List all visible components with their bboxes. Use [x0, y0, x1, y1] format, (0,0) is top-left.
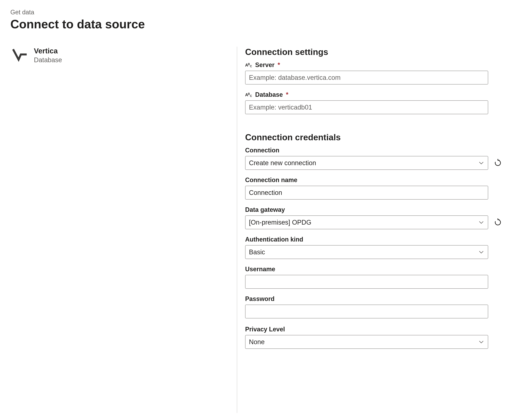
server-label: Server [255, 61, 275, 69]
data-source-card: Vertica Database [12, 47, 237, 64]
username-input[interactable] [245, 275, 488, 289]
field-database: A B C Database * [245, 91, 503, 114]
text-type-icon: A B C [245, 91, 253, 98]
field-connection-name: Connection name [245, 176, 503, 200]
field-auth-kind: Authentication kind Basic [245, 236, 503, 259]
auth-kind-select[interactable]: Basic [245, 245, 488, 259]
password-label: Password [245, 295, 275, 302]
chevron-down-icon [478, 249, 484, 255]
connection-select[interactable]: Create new connection [245, 156, 488, 170]
chevron-down-icon [478, 339, 484, 345]
field-username: Username [245, 266, 503, 289]
connection-name-input[interactable] [245, 186, 488, 200]
text-type-icon: A B C [245, 61, 253, 69]
data-source-type: Database [34, 56, 62, 64]
vertical-divider [237, 47, 237, 413]
database-input[interactable] [245, 100, 488, 114]
connection-name-label: Connection name [245, 176, 297, 184]
section-title-connection-credentials: Connection credentials [245, 132, 503, 142]
refresh-gateway-button[interactable] [493, 218, 503, 227]
svg-text:C: C [250, 65, 252, 68]
refresh-icon [494, 218, 502, 226]
privacy-level-label: Privacy Level [245, 326, 285, 333]
field-connection: Connection Create new connection [245, 147, 503, 170]
svg-text:A: A [245, 92, 248, 97]
privacy-level-select-value: None [249, 338, 476, 346]
chevron-down-icon [478, 219, 484, 225]
data-gateway-select[interactable]: [On-premises] OPDG [245, 215, 488, 229]
username-label: Username [245, 266, 275, 273]
password-input[interactable] [245, 305, 488, 318]
privacy-level-select[interactable]: None [245, 335, 488, 349]
section-title-connection-settings: Connection settings [245, 47, 503, 57]
connection-select-value: Create new connection [249, 159, 476, 167]
auth-kind-label: Authentication kind [245, 236, 303, 243]
auth-kind-select-value: Basic [249, 248, 476, 256]
database-label: Database [255, 91, 283, 98]
svg-text:B: B [248, 63, 250, 66]
refresh-connection-button[interactable] [493, 158, 503, 168]
refresh-icon [494, 159, 502, 167]
vertica-icon [12, 47, 28, 62]
svg-text:C: C [250, 95, 252, 98]
page-title: Connect to data source [10, 17, 501, 31]
svg-text:A: A [245, 63, 248, 68]
required-indicator: * [278, 61, 280, 69]
data-gateway-select-value: [On-premises] OPDG [249, 219, 476, 226]
connection-label: Connection [245, 147, 279, 154]
field-privacy-level: Privacy Level None [245, 326, 503, 349]
svg-text:B: B [248, 92, 250, 95]
chevron-down-icon [478, 160, 484, 166]
field-server: A B C Server * [245, 61, 503, 84]
data-source-name: Vertica [34, 47, 62, 55]
field-password: Password [245, 295, 503, 318]
data-gateway-label: Data gateway [245, 206, 285, 213]
field-data-gateway: Data gateway [On-premises] OPDG [245, 206, 503, 229]
breadcrumb: Get data [10, 9, 501, 16]
server-input[interactable] [245, 71, 488, 84]
required-indicator: * [286, 91, 288, 98]
